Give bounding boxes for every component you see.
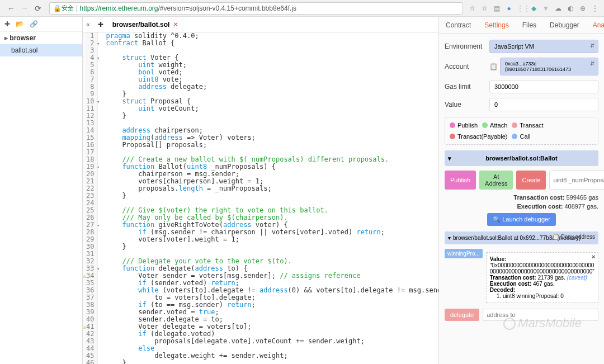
ext-icon[interactable]: ▤ xyxy=(492,4,501,12)
dot-icon xyxy=(482,122,488,128)
create-args-input[interactable] xyxy=(549,171,604,190)
chevron-down-icon: ▾ xyxy=(448,155,451,162)
ext-icon[interactable]: ◆ xyxy=(529,4,538,12)
dot-icon xyxy=(512,122,517,128)
ext-icon[interactable]: ☁ xyxy=(554,4,563,12)
url-path: /#version=soljson-v0.4.15+commit.bbb8e64… xyxy=(158,4,296,12)
menu-icon[interactable]: ⋮ xyxy=(591,4,600,12)
close-icon[interactable]: ✕ xyxy=(591,254,596,260)
ext-icon[interactable]: ◐ xyxy=(566,4,575,12)
call-result: ✕ Value: "0x0000000000000000000000000000… xyxy=(486,252,598,303)
ext-icon[interactable]: ▼ xyxy=(541,4,550,12)
back-icon[interactable]: ← xyxy=(4,2,18,15)
new-file-icon[interactable]: ✚ xyxy=(4,20,10,28)
tab-label: browser/ballot.sol xyxy=(112,21,170,29)
publish-button[interactable]: Publish xyxy=(445,171,476,190)
create-button[interactable]: Create xyxy=(516,171,546,190)
collapse-panel-icon[interactable]: « xyxy=(83,21,93,29)
chevron-down-icon: ▾ xyxy=(448,235,451,241)
ext-icon[interactable]: ⊕ xyxy=(578,4,587,12)
delegate-args-input[interactable] xyxy=(483,309,598,321)
legend: Publish Attach Transact Transact(Payable… xyxy=(445,117,598,145)
tab-files[interactable]: Files xyxy=(516,17,543,34)
link-icon[interactable]: 🔗 xyxy=(30,20,38,28)
url-host: https://remix.ethereum.org xyxy=(79,4,158,12)
editor-tab[interactable]: browser/ballot.sol ✕ xyxy=(108,18,183,31)
ext-icon[interactable]: ● xyxy=(504,4,513,12)
gas-limit-label: Gas limit xyxy=(445,83,489,91)
value-input[interactable]: 0 xyxy=(489,98,598,111)
tab-analysis[interactable]: Analysis xyxy=(586,17,604,34)
code-content[interactable]: pragma solidity ^0.4.0;contract Ballot {… xyxy=(98,32,438,364)
exec-cost: Execution cost: 408977 gas. xyxy=(445,203,598,210)
launch-debugger-button[interactable]: 🔍 Launch debugger xyxy=(487,213,556,226)
folder-browser[interactable]: browser xyxy=(0,32,82,44)
reload-icon[interactable]: ⟳ xyxy=(31,2,45,15)
copy-account-icon[interactable]: 📋 xyxy=(489,63,498,70)
winning-proposal-button[interactable]: winningPro... xyxy=(445,249,483,258)
ext-icon[interactable]: ☆ xyxy=(480,4,489,12)
account-select[interactable]: 0xca3...a733c (89018507718031706161473⇵ xyxy=(500,58,598,75)
editor: « ✚ browser/ballot.sol ✕ ⚠⚠ 12▾34▾567891… xyxy=(83,17,438,364)
browser-toolbar: ← → ⟳ 🔒 安全 | https://remix.ethereum.org … xyxy=(0,0,604,17)
file-explorer: ✚ 📂 🔗 browser ballot.sol xyxy=(0,17,83,364)
bookmark-icon[interactable]: ☆ xyxy=(468,4,476,12)
copy-address-button[interactable]: 📋 Copy address xyxy=(553,234,595,240)
address-bar[interactable]: 🔒 安全 | https://remix.ethereum.org /#vers… xyxy=(49,2,463,15)
contract-header[interactable]: ▾ browser/ballot.sol:Ballot xyxy=(445,150,598,166)
panel-tabs: Contract Settings Files Debugger Analysi… xyxy=(439,17,604,34)
run-panel: Contract Settings Files Debugger Analysi… xyxy=(438,17,604,364)
ext-icon[interactable]: ⋮⋮ xyxy=(517,4,526,12)
at-address-button[interactable]: At Address xyxy=(479,171,513,190)
environment-label: Environment xyxy=(445,42,489,50)
dot-icon xyxy=(512,134,517,139)
open-folder-icon[interactable]: 📂 xyxy=(16,20,24,28)
delegate-button[interactable]: delegate xyxy=(445,309,479,321)
extension-icons: ☆ ☆ ▤ ● ⋮⋮ ◆ ▼ ☁ ◐ ⊕ ⋮ xyxy=(468,4,600,12)
value-label: Value xyxy=(445,101,489,108)
tab-debugger[interactable]: Debugger xyxy=(543,17,586,34)
deployed-instance[interactable]: ▾ browser/ballot.sol:Ballot at 0x692...7… xyxy=(445,231,598,244)
environment-select[interactable]: JavaScript VM⇵ xyxy=(489,40,598,53)
chevron-updown-icon: ⇵ xyxy=(590,60,594,67)
tx-cost: Transaction cost: 599465 gas xyxy=(445,194,598,201)
tab-settings[interactable]: Settings xyxy=(478,17,515,34)
file-ballot[interactable]: ballot.sol xyxy=(0,44,82,56)
lock-icon: 🔒 xyxy=(53,4,62,12)
tab-contract[interactable]: Contract xyxy=(439,17,478,34)
dot-icon xyxy=(450,134,455,139)
line-numbers: 12▾34▾5678910▾111213141516171819▾2021222… xyxy=(86,32,98,364)
dot-icon xyxy=(450,122,455,128)
secure-label: 安全 xyxy=(62,4,74,12)
account-label: Account xyxy=(445,63,489,70)
chevron-updown-icon: ⇵ xyxy=(590,42,594,49)
gas-limit-input[interactable]: 3000000 xyxy=(489,80,598,93)
new-tab-icon[interactable]: ✚ xyxy=(93,21,108,29)
close-tab-icon[interactable]: ✕ xyxy=(173,21,178,29)
forward-icon[interactable]: → xyxy=(18,2,31,15)
